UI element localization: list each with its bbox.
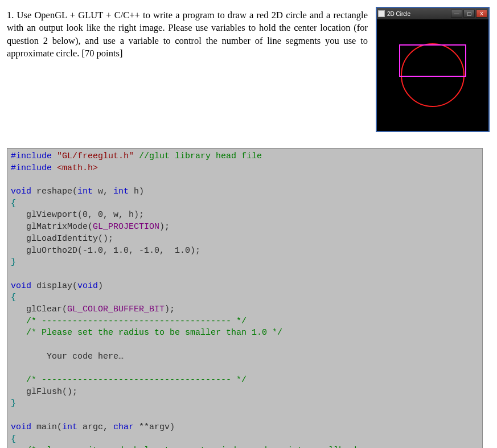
- output-drawing: [377, 19, 488, 131]
- question-number: 1.: [7, 10, 14, 20]
- window-titlebar: 2D Circle — ▢ X: [377, 8, 488, 19]
- code-token: "GL/freeglut.h": [57, 151, 134, 161]
- code-token: #include: [11, 151, 52, 161]
- red-circle: [401, 44, 464, 106]
- code-token: main(: [31, 422, 62, 432]
- code-token: int: [113, 187, 129, 196]
- code-token: GL_PROJECTION: [93, 222, 159, 232]
- question-row: 1. Use OpenGL + GLUT + C/C++ to write a …: [7, 7, 490, 132]
- code-token: display(: [31, 281, 77, 291]
- code-token: **argv): [134, 422, 175, 432]
- code-token: argc,: [77, 422, 113, 432]
- code-comment: /* -------------------------------------…: [11, 317, 247, 326]
- code-token: GL_COLOR_BUFFER_BIT: [67, 305, 165, 314]
- code-token: void: [11, 422, 31, 432]
- magenta-rectangle: [400, 45, 466, 76]
- code-comment: //glut library head file: [134, 151, 262, 161]
- code-line: }: [11, 398, 16, 408]
- code-token: char: [113, 422, 134, 432]
- code-token: void: [11, 281, 31, 291]
- code-token: void: [77, 281, 98, 291]
- code-line: Your code here…: [11, 352, 124, 361]
- code-line: {: [11, 293, 16, 302]
- code-token: void: [11, 187, 31, 196]
- code-line: {: [11, 434, 16, 444]
- code-token: glMatrixMode(: [11, 222, 93, 232]
- output-window: 2D Circle — ▢ X: [376, 7, 490, 132]
- maximize-button[interactable]: ▢: [463, 10, 475, 18]
- code-token: w,: [93, 187, 113, 196]
- page: 1. Use OpenGL + GLUT + C/C++ to write a …: [7, 7, 490, 448]
- window-title: 2D Circle: [387, 11, 449, 17]
- code-line: }: [11, 257, 16, 267]
- code-token: glClear(: [11, 305, 67, 314]
- close-button[interactable]: X: [476, 10, 487, 18]
- code-token: );: [165, 305, 175, 314]
- code-comment: /* -------------------------------------…: [11, 375, 247, 385]
- code-token: #include: [11, 163, 52, 173]
- window-app-icon: [378, 10, 385, 17]
- code-comment: /* Please set the radius to be smaller t…: [11, 328, 282, 338]
- code-line: {: [11, 199, 16, 208]
- code-token: ): [98, 281, 103, 291]
- code-line: glViewport(0, 0, w, h);: [11, 210, 144, 220]
- code-token: int: [62, 422, 77, 432]
- question-body: Use OpenGL + GLUT + C/C++ to write a pro…: [7, 10, 368, 59]
- code-line: glFlush();: [11, 387, 77, 397]
- code-token: int: [77, 187, 93, 196]
- code-token: h): [129, 187, 144, 196]
- code-token: <math.h>: [52, 163, 98, 173]
- code-line: glLoadIdentity();: [11, 234, 113, 244]
- code-listing: #include "GL/freeglut.h" //glut library …: [7, 148, 483, 448]
- code-line: gluOrtho2D(-1.0, 1.0, -1.0, 1.0);: [11, 246, 200, 256]
- gl-canvas: [377, 19, 488, 131]
- window-buttons: — ▢ X: [451, 10, 487, 18]
- minimize-button[interactable]: —: [451, 10, 462, 18]
- code-token: reshape(: [31, 187, 77, 196]
- code-comment: /* please write code below to create win…: [11, 446, 359, 448]
- question-text: 1. Use OpenGL + GLUT + C/C++ to write a …: [7, 7, 368, 60]
- code-token: );: [159, 222, 170, 232]
